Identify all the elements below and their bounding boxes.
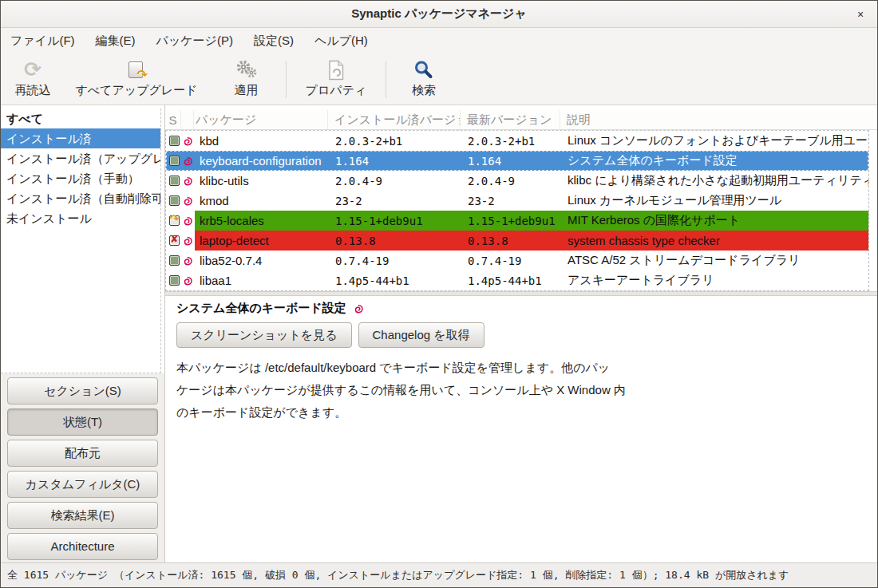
package-panel: S パッケージ インストール済バージョン 最新バージョン 説明 kbd 2.0.… (165, 105, 877, 562)
filter-all[interactable]: すべて (1, 109, 160, 128)
status-reinstall-icon: ↷ (169, 215, 180, 226)
toolbar-separator (386, 61, 386, 98)
column-header-package[interactable]: パッケージ (194, 110, 328, 129)
debian-swirl-icon (182, 270, 195, 290)
status-installed-icon (169, 136, 180, 146)
table-row-keyboard-configuration[interactable]: keyboard-configuration 1.164 1.164 システム全… (166, 151, 868, 171)
menu-help[interactable]: ヘルプ(H) (313, 30, 370, 52)
column-header-installed-version[interactable]: インストール済バージョン (328, 110, 461, 129)
titlebar: Synaptic パッケージマネージャ × (1, 1, 877, 28)
column-header-status[interactable]: S (165, 110, 181, 129)
filter-installed-manual[interactable]: インストール済（手動） (1, 168, 160, 188)
installed-version: 2.0.4-9 (329, 171, 461, 191)
view-button-sections[interactable]: セクション(S) (7, 377, 158, 404)
latest-version: 23-2 (461, 191, 561, 211)
menu-settings[interactable]: 設定(S) (252, 30, 295, 52)
package-name: keyboard-configuration (195, 151, 329, 171)
view-button-custom-filters[interactable]: カスタムフィルタ(C) (7, 471, 158, 498)
view-button-origin[interactable]: 配布元 (7, 440, 158, 467)
package-name: laptop-detect (195, 231, 329, 251)
get-changelog-button[interactable]: Changelog を取得 (358, 322, 484, 348)
installed-version: 0.13.8 (329, 231, 461, 251)
column-header-supported[interactable] (181, 110, 194, 129)
debian-swirl-icon (182, 251, 195, 270)
menu-file[interactable]: ファイル(F) (9, 30, 77, 52)
reload-icon: ⟳ (24, 57, 42, 82)
package-description: klibc により構築された小さな起動初期用ユーティリティ (561, 171, 868, 191)
package-description: MIT Kerberos の国際化サポート (561, 211, 868, 231)
package-name: liba52-0.7.4 (195, 251, 329, 270)
package-name: klibc-utils (195, 171, 329, 191)
status-installed-icon (169, 275, 180, 286)
latest-version: 1.164 (461, 151, 561, 171)
package-description: system chassis type checker (561, 231, 868, 251)
toolbar-separator (286, 61, 287, 98)
package-long-description: 本パッケージは /etc/default/keyboard でキーボード設定を管… (176, 357, 671, 424)
package-name: kmod (195, 191, 329, 211)
view-button-status[interactable]: 状態(T) (7, 408, 158, 436)
upgrade-all-icon: ↷ (127, 58, 146, 82)
filter-installed-autoremovable[interactable]: インストール済（自動削除可能） (1, 188, 160, 208)
apply-button[interactable]: 適用 (208, 57, 284, 103)
debian-swirl-icon (353, 303, 364, 314)
view-selector: セクション(S) 状態(T) 配布元 カスタムフィルタ(C) 検索結果(E) A… (1, 373, 164, 564)
package-name: libaa1 (195, 270, 329, 290)
latest-version: 0.7.4-19 (461, 251, 561, 270)
search-button[interactable]: 検索 (388, 57, 460, 103)
debian-swirl-icon (182, 211, 195, 231)
latest-version: 1.4p5-44+b1 (461, 270, 561, 290)
upgrade-all-button[interactable]: ↷ すべてアップグレード (65, 57, 208, 103)
filter-not-installed[interactable]: 未インストール (1, 208, 160, 228)
package-table: kbd 2.0.3-2+b1 2.0.3-2+b1 Linux コンソールのフォ… (165, 130, 869, 291)
synaptic-window: Synaptic パッケージマネージャ × ファイル(F) 編集(E) パッケー… (0, 0, 878, 588)
debian-swirl-icon (182, 231, 195, 251)
table-row-liba52[interactable]: liba52-0.7.4 0.7.4-19 0.7.4-19 ATSC A/52… (166, 251, 868, 270)
package-description: システム全体のキーボード設定 (561, 151, 868, 171)
package-description: アスキーアートライブラリ (561, 270, 868, 290)
filter-installed[interactable]: インストール済 (1, 128, 160, 148)
view-button-architecture[interactable]: Architecture (7, 533, 158, 560)
table-header: S パッケージ インストール済バージョン 最新バージョン 説明 (165, 110, 877, 130)
table-row-kmod[interactable]: kmod 23-2 23-2 Linux カーネルモジュール管理用ツール (166, 191, 868, 211)
main-area: すべて インストール済 インストール済（アップグレード可） インストール済（手動… (1, 105, 877, 562)
close-icon[interactable]: × (853, 7, 868, 22)
details-title: システム全体のキーボード設定 (176, 301, 346, 316)
menubar: ファイル(F) 編集(E) パッケージ(P) 設定(S) ヘルプ(H) (1, 28, 877, 53)
latest-version: 1.15-1+deb9u1 (461, 211, 561, 231)
debian-swirl-icon (182, 171, 195, 191)
view-screenshot-button[interactable]: スクリーンショットを見る (176, 322, 352, 348)
table-row-krb5-locales[interactable]: ↷ krb5-locales 1.15-1+deb9u1 1.15-1+deb9… (166, 211, 868, 231)
search-magnifier-icon (413, 58, 434, 82)
debian-swirl-icon (182, 191, 195, 211)
menu-package[interactable]: パッケージ(P) (155, 30, 235, 52)
reload-button[interactable]: ⟳ 再読込 (1, 57, 65, 103)
details-pane: システム全体のキーボード設定 スクリーンショットを見る Changelog を取… (165, 296, 877, 562)
installed-version: 1.4p5-44+b1 (329, 270, 461, 290)
installed-version: 23-2 (329, 191, 461, 211)
installed-version: 1.15-1+deb9u1 (329, 211, 461, 231)
toolbar: ⟳ 再読込 ↷ すべてアップグレード 適用 (1, 53, 877, 105)
view-button-search-results[interactable]: 検索結果(E) (7, 502, 158, 529)
table-row-klibc-utils[interactable]: klibc-utils 2.0.4-9 2.0.4-9 klibc により構築さ… (166, 171, 868, 191)
package-name: kbd (195, 131, 329, 151)
status-summary: 全 1615 パッケージ （インストール済: 1615 個, 破損 0 個, イ… (7, 568, 789, 582)
table-row-libaa1[interactable]: libaa1 1.4p5-44+b1 1.4p5-44+b1 アスキーアートライ… (166, 270, 868, 290)
status-installed-icon (169, 255, 180, 266)
window-title: Synaptic パッケージマネージャ (351, 6, 527, 22)
table-row-kbd[interactable]: kbd 2.0.3-2+b1 2.0.3-2+b1 Linux コンソールのフォ… (166, 131, 868, 151)
menu-edit[interactable]: 編集(E) (94, 30, 137, 52)
table-row-laptop-detect[interactable]: ✘ laptop-detect 0.13.8 0.13.8 system cha… (166, 231, 868, 251)
column-header-description[interactable]: 説明 (560, 110, 877, 129)
properties-document-icon (327, 58, 345, 82)
sidebar: すべて インストール済 インストール済（アップグレード可） インストール済（手動… (1, 105, 165, 562)
apply-gears-icon (235, 58, 259, 82)
latest-version: 0.13.8 (461, 231, 561, 251)
status-installed-icon (169, 176, 180, 186)
statusbar: 全 1615 パッケージ （インストール済: 1615 個, 破損 0 個, イ… (1, 562, 877, 587)
column-header-latest-version[interactable]: 最新バージョン (461, 110, 560, 129)
filter-list: すべて インストール済 インストール済（アップグレード可） インストール済（手動… (1, 105, 164, 373)
package-description: ATSC A/52 ストリームデコードライブラリ (561, 251, 868, 270)
properties-button[interactable]: プロパティ (288, 57, 384, 103)
filter-installed-upgradable[interactable]: インストール済（アップグレード可） (1, 148, 160, 168)
package-description: Linux コンソールのフォントおよびキーテーブル用ユーティリティ (561, 131, 868, 151)
